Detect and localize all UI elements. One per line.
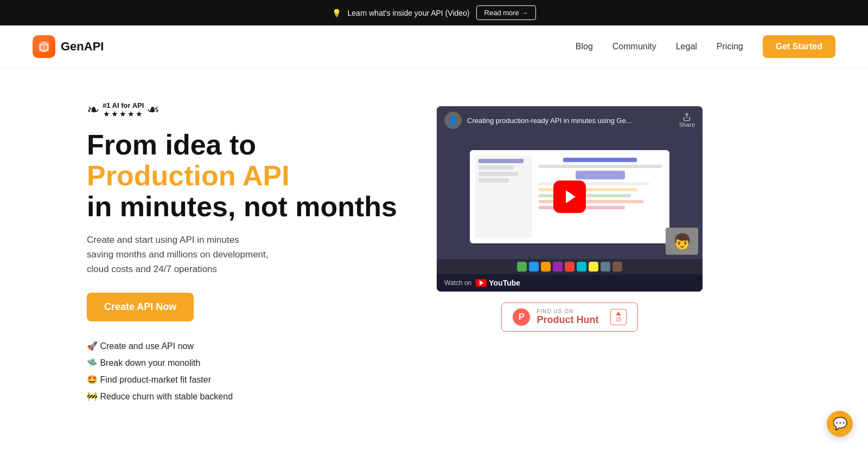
youtube-icon [476, 279, 487, 287]
heading-line1: From idea to [87, 129, 256, 160]
award-badge: ❧ #1 AI for API ★★★★★ ❧ [87, 101, 401, 119]
chat-button[interactable]: 💬 [827, 411, 853, 437]
nav-links: Blog Community Legal Pricing Get Started [576, 35, 835, 58]
logo-icon [33, 35, 55, 58]
find-us-on-label: FIND US ON [537, 308, 598, 314]
nav-legal[interactable]: Legal [676, 42, 697, 51]
share-button[interactable]: Share [679, 113, 695, 128]
announcement-bar: 💡 Learn what's inside your API (Video) R… [0, 0, 868, 25]
announcement-icon: 💡 [332, 9, 341, 17]
video-title: Creating production-ready API in minutes… [467, 117, 674, 125]
award-title: #1 AI for API [103, 101, 144, 109]
video-footer: Watch on YouTube [437, 274, 703, 292]
youtube-logo: YouTube [476, 279, 520, 287]
product-hunt-icon: P [513, 308, 530, 326]
nav-blog[interactable]: Blog [576, 42, 593, 51]
hero-right: 👤 Creating production-ready API in minut… [434, 101, 705, 332]
announcement-text: Learn what's inside your API (Video) [348, 9, 470, 17]
feature-item: 🤩 Find product-market fit faster [87, 374, 401, 385]
play-button[interactable] [553, 180, 586, 213]
upvote-arrow-icon [616, 312, 621, 315]
award-stars: ★★★★★ [103, 109, 144, 118]
hero-left: ❧ #1 AI for API ★★★★★ ❧ From idea to Pro… [87, 101, 401, 402]
video-body: 👦 [437, 134, 703, 259]
nav-community[interactable]: Community [612, 42, 656, 51]
youtube-play-icon [480, 280, 483, 286]
hero-subtext: Create and start using API in minutes sa… [87, 233, 401, 277]
feature-item: 🛸 Break down your monolith [87, 358, 401, 368]
laurel-right-icon: ❧ [147, 101, 159, 119]
nav-pricing[interactable]: Pricing [717, 42, 743, 51]
video-header: 👤 Creating production-ready API in minut… [437, 106, 703, 134]
logo[interactable]: GenAPI [33, 35, 104, 58]
product-hunt-upvote[interactable]: 15 [610, 309, 626, 325]
upvote-count: 15 [615, 317, 621, 322]
feature-list: 🚀 Create and use API now 🛸 Break down yo… [87, 341, 401, 402]
share-label: Share [679, 121, 695, 128]
read-more-button[interactable]: Read more → [476, 5, 537, 20]
get-started-button[interactable]: Get Started [763, 35, 835, 58]
feature-item: 🚧 Reduce churn with stable backend [87, 391, 401, 402]
desktop-dock [437, 259, 703, 274]
hero-section: ❧ #1 AI for API ★★★★★ ❧ From idea to Pro… [0, 68, 868, 452]
navbar: GenAPI Blog Community Legal Pricing Get … [0, 25, 868, 68]
create-api-button[interactable]: Create API Now [87, 293, 194, 321]
watch-on-label: Watch on [444, 279, 471, 287]
product-hunt-name: Product Hunt [537, 314, 598, 326]
video-avatar: 👤 [444, 112, 462, 129]
youtube-label: YouTube [489, 279, 520, 287]
award-text: #1 AI for API ★★★★★ [103, 101, 144, 118]
feature-item: 🚀 Create and use API now [87, 341, 401, 351]
video-container[interactable]: 👤 Creating production-ready API in minut… [437, 106, 703, 292]
laurel-left-icon: ❧ [87, 101, 99, 119]
logo-text: GenAPI [61, 40, 104, 54]
product-hunt-text: FIND US ON Product Hunt [537, 308, 598, 326]
heading-highlight: Production API [87, 160, 290, 191]
hero-heading: From idea to Production API in minutes, … [87, 130, 401, 223]
product-hunt-badge[interactable]: P FIND US ON Product Hunt 15 [501, 302, 637, 332]
play-icon [566, 190, 576, 203]
video-thumbnail: 👦 [666, 228, 698, 255]
heading-line2: in minutes, not months [87, 191, 397, 222]
chat-icon: 💬 [833, 417, 847, 431]
